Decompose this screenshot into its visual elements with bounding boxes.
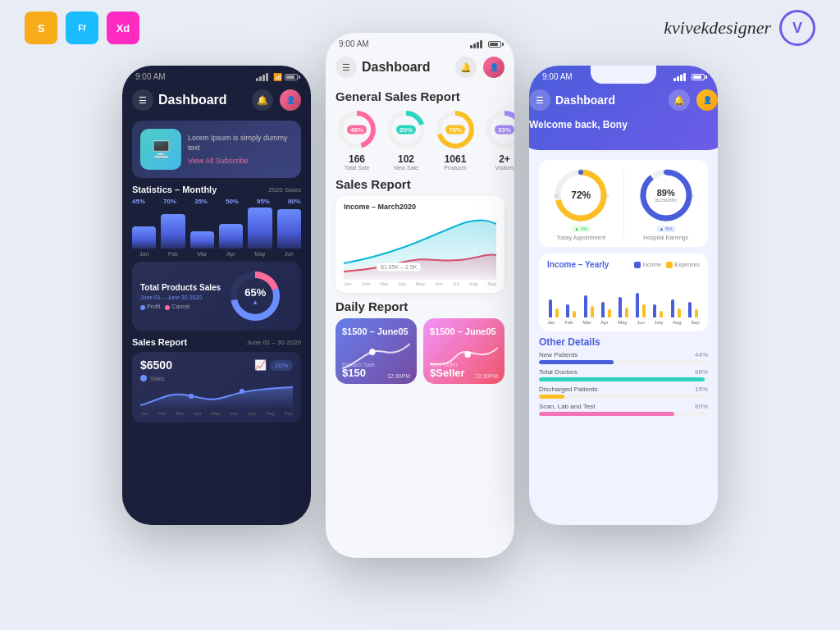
ring-pct-products: 70% — [445, 126, 465, 135]
white-nav-title: Dashboard — [362, 60, 431, 75]
progress-total-doctors: Total Doctors 98% — [539, 368, 708, 381]
dark-menu-icon[interactable]: ☰ — [132, 89, 153, 111]
daily-card-seller: $1500 – June05 $Seller 12:30PM New Selle… — [423, 318, 504, 384]
circle-products: 70% 1061 Products — [434, 108, 477, 171]
phone-blue: 9:00 AM ☰ Dashboard — [529, 66, 718, 525]
daily-report-title: Daily Report — [336, 299, 504, 313]
dark-phone-notch — [184, 66, 249, 84]
white-phone-content: ☰ Dashboard 🔔 👤 General Sales Report — [326, 52, 514, 384]
stats-section-header: Statistics – Monthly 2020 Sales — [132, 185, 301, 194]
stats-pct-row: 45% 70% 35% 50% 95% 80% — [132, 198, 301, 205]
blue-nav-title: Dashboard — [555, 94, 615, 107]
phone-white: 9:00 AM ☰ Dashboard 🔔 — [326, 33, 514, 558]
dark-phone-content: ☰ Dashboard 🔔 👤 🖥️ Lorem Ipsum is simply… — [122, 84, 311, 427]
sketch-logo: S — [25, 11, 57, 44]
ring-pct-visitors: 33% — [495, 126, 514, 135]
white-avatar[interactable]: 👤 — [483, 57, 504, 78]
blue-phone-notch — [591, 66, 656, 84]
income-title: Income – Yearly — [547, 260, 609, 269]
white-phone-notch — [387, 33, 453, 51]
dark-mini-chart — [140, 385, 293, 409]
white-nav-icons: 🔔 👤 — [455, 57, 504, 78]
product-sale-label: Product Sale — [342, 362, 375, 368]
income-legend: Income Expenses — [634, 262, 700, 268]
svg-point-13 — [369, 349, 375, 355]
donut-center: 65% ▲ — [244, 286, 266, 306]
donut-legend: Profit Cancel — [140, 304, 221, 309]
sales-report-title: Sales Report — [336, 177, 504, 191]
chart-title: Income – March2020 — [344, 203, 496, 211]
blue-phone-content: 50 75 0 25 72% ▲ 3% — [529, 150, 718, 420]
dark-nav-icons: 🔔 👤 — [252, 89, 301, 111]
promo-link[interactable]: View All Subscribe — [188, 156, 293, 167]
daily-cards: $1500 – June05 $150 12:30PM Product Sale — [336, 318, 504, 384]
dark-bell-icon[interactable]: 🔔 — [252, 89, 273, 111]
ring-pct-sale: 46% — [347, 126, 367, 135]
white-nav-bar: ☰ Dashboard 🔔 👤 — [336, 52, 504, 83]
dark-nav-bar: ☰ Dashboard 🔔 👤 — [132, 84, 301, 116]
donut-text: Total Products Sales June 01 – June 30 2… — [140, 282, 221, 309]
bar-mar: Mar — [190, 208, 214, 257]
blue-bell-icon[interactable]: 🔔 — [669, 89, 690, 111]
blue-time: 9:00 AM — [542, 72, 573, 81]
bar-apr: Apr — [219, 208, 243, 257]
donut-divider — [623, 170, 624, 237]
circle-visitors: 33% 2+ Visitors — [483, 108, 514, 171]
white-bell-icon[interactable]: 🔔 — [455, 57, 477, 78]
tool-logos: S Ff Xd — [25, 11, 139, 44]
promo-text: Lorem Ipsum is simply dummy text View Al… — [188, 133, 293, 167]
bar-jan: Jan — [132, 208, 156, 257]
donut-chart: 65% ▲ — [229, 270, 281, 322]
price-label: $1.65K – 2.5K — [377, 262, 421, 272]
progress-new-patients: New Patients 44% — [539, 351, 708, 364]
donut-appointment: 50 75 0 25 72% ▲ 3% — [546, 167, 617, 240]
sales-chart-icon: 📈 — [254, 359, 267, 371]
two-donuts-row: 50 75 0 25 72% ▲ 3% — [539, 160, 708, 247]
donut-section: Total Products Sales June 01 – June 30 2… — [132, 262, 301, 331]
bar-may: May — [248, 208, 272, 257]
phones-container: 9:00 AM 📶 ☰ Dashboard 🔔 — [0, 66, 840, 558]
phone-dark: 9:00 AM 📶 ☰ Dashboard 🔔 — [122, 66, 311, 525]
daily-card-bottom-seller: $Seller 12:30PM — [430, 367, 498, 379]
income-card: Income – Yearly Income Expenses — [539, 253, 708, 331]
earnings-pct: 89% ($156000) — [655, 188, 677, 203]
income-bar-chart — [547, 272, 700, 317]
line-chart-card: Income – March2020 — [336, 196, 504, 293]
circle-new-sale: 20% 102 New Sale — [385, 108, 427, 171]
svg-point-3 — [189, 394, 194, 399]
dark-time: 9:00 AM — [135, 72, 166, 81]
dark-avatar[interactable]: 👤 — [280, 89, 301, 111]
stats-title: Statistics – Monthly — [132, 185, 217, 194]
svg-text:25: 25 — [554, 194, 559, 199]
ring-pct-new: 20% — [396, 126, 416, 135]
sales-title: Sales Report — [132, 337, 187, 347]
dark-nav-title: Dashboard — [158, 93, 227, 107]
white-menu-icon[interactable]: ☰ — [336, 57, 357, 78]
sales-pct: 20% — [270, 360, 293, 371]
brand-name: kvivekdesigner — [664, 17, 771, 39]
promo-illustration: 🖥️ — [140, 129, 181, 170]
chart-months-dark: JanFebMar AprMayJun JulyAugSep — [140, 411, 293, 416]
svg-point-21 — [578, 170, 583, 175]
bar-jun: Jun — [277, 208, 301, 257]
income-header: Income – Yearly Income Expenses — [547, 260, 700, 269]
brand: kvivekdesigner V — [664, 10, 815, 46]
blue-signal — [673, 73, 705, 81]
welcome-text: Welcome back, Bony — [529, 119, 718, 130]
white-time: 9:00 AM — [339, 39, 369, 48]
progress-discharged: Discharged Patients 15% — [539, 386, 708, 399]
white-signal — [470, 40, 501, 48]
stats-year: 2020 Sales — [268, 186, 301, 194]
blue-nav-icons: 🔔 👤 — [669, 89, 718, 111]
xd-logo: Xd — [107, 11, 139, 44]
svg-point-14 — [464, 351, 470, 358]
donut-earnings: 50 75 0 25 89% ($156000) ▲ — [631, 167, 702, 240]
blue-avatar[interactable]: 👤 — [696, 89, 718, 111]
promo-banner: 🖥️ Lorem Ipsum is simply dummy text View… — [132, 121, 301, 178]
sales-section-header: Sales Report June 01 – 30 2020 — [132, 337, 301, 347]
progress-scan-lab: Scan, Lab and Test 80% — [539, 403, 708, 416]
blue-menu-icon[interactable]: ☰ — [529, 89, 550, 111]
other-details-title: Other Details — [539, 336, 708, 348]
daily-card-bottom-product: $150 12:30PM — [342, 367, 410, 379]
figma-logo: Ff — [66, 11, 98, 44]
